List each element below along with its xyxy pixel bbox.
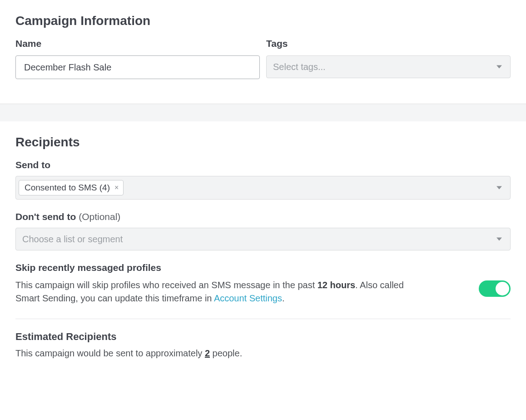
smart-sending-toggle[interactable] xyxy=(479,280,511,297)
estimated-text: This campaign would be sent to approxima… xyxy=(15,348,511,359)
send-to-field: Send to Consented to SMS (4) × xyxy=(15,160,511,200)
skip-profiles-block: Skip recently messaged profiles This cam… xyxy=(15,262,511,305)
chevron-down-icon xyxy=(496,186,502,190)
dont-send-placeholder: Choose a list or segment xyxy=(22,234,123,245)
chevron-down-icon xyxy=(496,65,502,69)
send-to-select[interactable]: Consented to SMS (4) × xyxy=(15,176,511,200)
send-to-chip-label: Consented to SMS (4) xyxy=(25,183,110,193)
divider xyxy=(15,319,511,319)
estimated-count: 2 xyxy=(205,348,210,358)
estimated-pre: This campaign would be sent to approxima… xyxy=(15,348,205,358)
tags-select[interactable]: Select tags... xyxy=(266,55,511,78)
campaign-info-panel: Campaign Information Name Tags Select ta… xyxy=(0,0,526,104)
dont-send-label-text: Don't send to xyxy=(15,211,76,222)
skip-text-pre: This campaign will skip profiles who rec… xyxy=(15,280,318,290)
send-to-chip: Consented to SMS (4) × xyxy=(19,180,124,195)
estimated-block: Estimated Recipients This campaign would… xyxy=(15,331,511,359)
campaign-info-row: Name Tags Select tags... xyxy=(15,38,511,79)
tags-label: Tags xyxy=(266,38,511,49)
recipients-heading: Recipients xyxy=(15,135,511,150)
panel-gap xyxy=(0,104,526,121)
account-settings-link[interactable]: Account Settings xyxy=(214,293,282,303)
chevron-down-icon xyxy=(496,238,502,241)
dont-send-label: Don't send to (Optional) xyxy=(15,211,511,222)
toggle-knob xyxy=(496,282,509,295)
skip-description: This campaign will skip profiles who rec… xyxy=(15,279,415,305)
campaign-info-heading: Campaign Information xyxy=(15,14,511,28)
dont-send-field: Don't send to (Optional) Choose a list o… xyxy=(15,211,511,250)
recipients-panel: Recipients Send to Consented to SMS (4) … xyxy=(0,121,526,377)
skip-row: This campaign will skip profiles who rec… xyxy=(15,279,511,305)
tags-placeholder: Select tags... xyxy=(273,62,326,72)
skip-heading: Skip recently messaged profiles xyxy=(15,262,511,273)
name-field: Name xyxy=(15,38,260,79)
dont-send-optional: (Optional) xyxy=(79,211,120,222)
name-input[interactable] xyxy=(15,55,260,79)
skip-timeframe: 12 hours xyxy=(318,280,355,290)
dont-send-select[interactable]: Choose a list or segment xyxy=(15,228,511,250)
tags-field: Tags Select tags... xyxy=(266,38,511,79)
estimated-heading: Estimated Recipients xyxy=(15,331,511,343)
send-to-label: Send to xyxy=(15,160,511,170)
close-icon[interactable]: × xyxy=(114,184,119,192)
skip-text-post: . xyxy=(282,293,285,303)
name-label: Name xyxy=(15,38,260,49)
estimated-post: people. xyxy=(210,348,242,358)
